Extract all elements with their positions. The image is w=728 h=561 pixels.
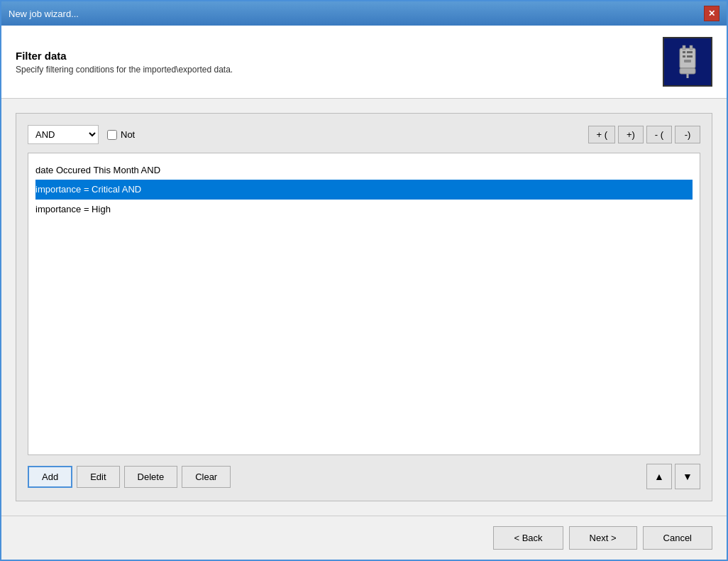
filter-line-1[interactable]: date Occured This Month AND: [35, 160, 693, 180]
filter-line-3[interactable]: importance = High: [35, 200, 693, 219]
not-checkbox[interactable]: [107, 130, 117, 140]
svg-rect-7: [687, 55, 690, 58]
not-label: Not: [121, 129, 135, 140]
svg-rect-9: [680, 68, 695, 74]
svg-rect-2: [690, 45, 693, 50]
close-paren-add-button[interactable]: +): [618, 126, 644, 143]
move-up-button[interactable]: ▲: [646, 464, 672, 489]
add-button[interactable]: Add: [28, 466, 72, 488]
page-description: Specify filtering conditions for the imp…: [16, 65, 233, 75]
svg-rect-11: [684, 60, 691, 62]
header-section: Filter data Specify filtering conditions…: [1, 26, 727, 99]
svg-rect-5: [690, 51, 693, 53]
title-bar-text: New job wizard...: [9, 9, 79, 19]
header-text: Filter data Specify filtering conditions…: [16, 50, 233, 75]
svg-rect-8: [690, 55, 693, 58]
svg-rect-6: [683, 55, 685, 58]
close-button[interactable]: ✕: [704, 6, 719, 21]
delete-button[interactable]: Delete: [124, 466, 178, 488]
logic-dropdown[interactable]: AND OR: [28, 125, 99, 144]
next-button[interactable]: Next >: [569, 526, 637, 550]
title-bar: New job wizard... ✕: [1, 1, 727, 26]
filter-line-2[interactable]: importance = Critical AND: [35, 180, 693, 199]
not-group: Not: [107, 129, 135, 140]
filter-display-area[interactable]: date Occured This Month AND importance =…: [28, 153, 700, 455]
edit-button[interactable]: Edit: [77, 466, 119, 488]
footer: < Back Next > Cancel: [1, 516, 727, 560]
open-paren-add-button[interactable]: + (: [588, 126, 615, 143]
dialog-window: New job wizard... ✕ Filter data Specify …: [0, 0, 728, 561]
content-area: AND OR Not + ( +) - ( -) date Occ: [1, 99, 727, 516]
open-paren-remove-button[interactable]: - (: [646, 126, 672, 143]
close-paren-remove-button[interactable]: -): [675, 126, 700, 143]
cancel-button[interactable]: Cancel: [643, 526, 712, 550]
header-icon: [663, 37, 712, 87]
back-button[interactable]: < Back: [493, 526, 563, 550]
filter-action-buttons: Add Edit Delete Clear: [28, 466, 231, 488]
filter-top-left: AND OR Not: [28, 125, 135, 144]
filter-top-row: AND OR Not + ( +) - ( -): [28, 125, 700, 144]
move-down-button[interactable]: ▼: [675, 464, 700, 489]
svg-rect-4: [687, 51, 690, 53]
page-title: Filter data: [16, 50, 233, 62]
filter-container: AND OR Not + ( +) - ( -) date Occ: [16, 113, 712, 501]
svg-rect-1: [683, 45, 685, 50]
svg-rect-3: [683, 51, 685, 53]
move-buttons-group: ▲ ▼: [646, 464, 700, 489]
clear-button[interactable]: Clear: [182, 466, 231, 488]
paren-buttons-group: + ( +) - ( -): [588, 126, 700, 143]
filter-bottom-row: Add Edit Delete Clear ▲ ▼: [28, 464, 700, 489]
network-icon: [670, 44, 705, 80]
